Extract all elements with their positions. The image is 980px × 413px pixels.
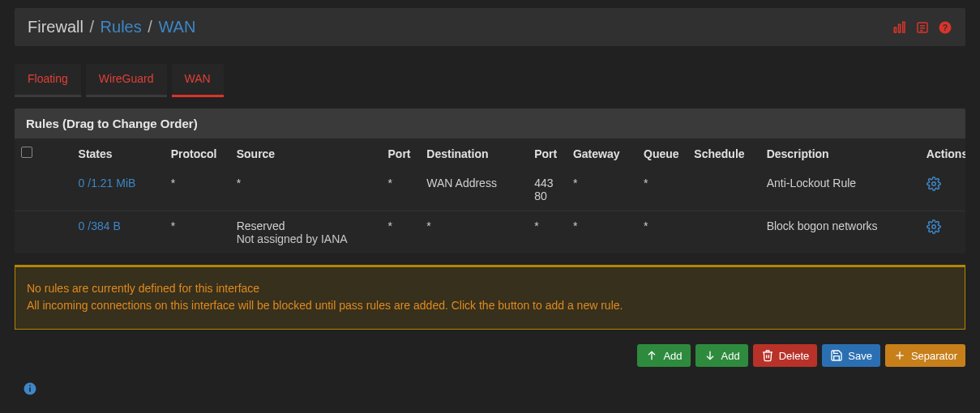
cell-queue: * [637, 168, 687, 211]
breadcrumb-sep-2: / [146, 18, 154, 36]
add-bottom-button[interactable]: Add [695, 344, 748, 367]
breadcrumb: Firewall / Rules / WAN [28, 18, 195, 36]
page-header: Firewall / Rules / WAN ? [15, 8, 965, 46]
cell-description: Block bogon networks [760, 211, 920, 254]
col-dport: Port [528, 138, 567, 168]
arrow-down-icon [704, 349, 717, 362]
gear-icon[interactable] [927, 219, 941, 234]
table-row[interactable]: 0 /384 B * Reserved Not assigned by IANA… [15, 211, 965, 254]
states-link[interactable]: 0 /1.21 MiB [79, 177, 136, 189]
cell-dport: 443 80 [528, 168, 567, 211]
cell-description: Anti-Lockout Rule [760, 168, 920, 211]
tabs: Floating WireGuard WAN [15, 64, 965, 97]
separator-label: Separator [911, 351, 957, 361]
col-description: Description [760, 138, 920, 168]
cell-sport: * [382, 211, 421, 254]
graph-icon[interactable] [892, 20, 907, 35]
save-icon [830, 349, 843, 362]
cell-dport: * [528, 211, 567, 254]
cell-source: * [230, 168, 382, 211]
delete-label: Delete [779, 351, 810, 361]
cell-destination: * [420, 211, 528, 254]
col-destination: Destination [420, 138, 528, 168]
col-sport: Port [382, 138, 421, 168]
tab-wan[interactable]: WAN [172, 64, 224, 97]
svg-rect-0 [894, 28, 896, 32]
plus-icon [893, 349, 906, 362]
col-source: Source [230, 138, 382, 168]
arrow-up-icon [645, 349, 658, 362]
col-actions: Actions [920, 138, 965, 168]
svg-rect-18 [29, 388, 31, 392]
col-status [43, 138, 71, 168]
cell-protocol: * [165, 211, 230, 254]
cell-source: Reserved Not assigned by IANA [230, 211, 382, 254]
cell-protocol: * [165, 168, 230, 211]
add-top-label: Add [663, 351, 682, 361]
log-icon[interactable] [915, 20, 930, 35]
header-icons: ? [892, 20, 952, 35]
add-bottom-label: Add [721, 351, 740, 361]
help-icon[interactable]: ? [938, 20, 952, 35]
col-queue: Queue [637, 138, 687, 168]
info-icon[interactable] [23, 381, 37, 398]
rules-table: States Protocol Source Port Destination … [15, 138, 965, 253]
separator-button[interactable]: Separator [885, 344, 965, 367]
breadcrumb-sep-1: / [88, 18, 96, 36]
warning-line2: All incoming connections on this interfa… [27, 297, 953, 314]
col-states: States [72, 138, 165, 168]
trash-icon [761, 349, 774, 362]
breadcrumb-wan[interactable]: WAN [158, 18, 195, 36]
cell-gateway: * [567, 168, 637, 211]
delete-button[interactable]: Delete [753, 344, 818, 367]
rules-panel: Rules (Drag to Change Order) States Prot… [15, 109, 965, 253]
save-button[interactable]: Save [822, 344, 880, 367]
svg-point-12 [932, 225, 936, 229]
button-bar: Add Add Delete Save Separator [15, 344, 965, 367]
panel-title: Rules (Drag to Change Order) [15, 109, 965, 138]
cell-gateway: * [567, 211, 637, 254]
breadcrumb-root[interactable]: Firewall [28, 18, 83, 36]
tab-wireguard[interactable]: WireGuard [86, 64, 167, 97]
svg-text:?: ? [943, 22, 948, 32]
gear-icon[interactable] [927, 177, 941, 191]
table-row[interactable]: 0 /1.21 MiB * * * WAN Address 443 80 * *… [15, 168, 965, 211]
add-top-button[interactable]: Add [637, 344, 690, 367]
col-gateway: Gateway [567, 138, 637, 168]
cell-schedule [687, 168, 760, 211]
svg-rect-19 [29, 385, 31, 387]
cell-schedule [687, 211, 760, 254]
tab-floating[interactable]: Floating [15, 64, 81, 97]
select-all-checkbox[interactable] [21, 147, 32, 158]
breadcrumb-rules[interactable]: Rules [101, 18, 142, 36]
col-schedule: Schedule [687, 138, 760, 168]
warning-box: No rules are currently defined for this … [15, 265, 965, 330]
cell-queue: * [637, 211, 687, 254]
col-protocol: Protocol [165, 138, 230, 168]
states-link[interactable]: 0 /384 B [79, 219, 121, 232]
warning-line1: No rules are currently defined for this … [27, 280, 953, 297]
cell-sport: * [382, 168, 421, 211]
svg-rect-2 [903, 22, 905, 32]
cell-destination: WAN Address [420, 168, 528, 211]
svg-rect-1 [899, 24, 901, 32]
col-check [15, 138, 43, 168]
save-label: Save [848, 351, 872, 361]
